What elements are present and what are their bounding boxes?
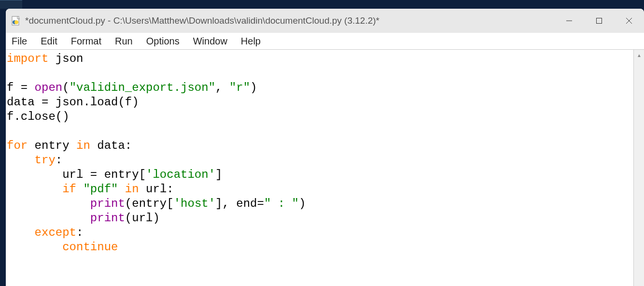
idle-window: *documentCloud.py - C:\Users\Matthew\Dow… — [6, 9, 644, 286]
code-token: open — [35, 81, 63, 94]
code-token — [7, 226, 35, 239]
code-line: f.close() — [7, 110, 633, 124]
code-token: (entry[ — [125, 197, 174, 210]
code-token — [7, 241, 62, 254]
editor-container: import json f = open("validin_export.jso… — [6, 49, 644, 286]
code-token: except — [35, 226, 76, 239]
menu-edit[interactable]: Edit — [41, 36, 57, 47]
code-token: in — [125, 183, 139, 196]
code-token: ) — [250, 81, 257, 94]
code-line: data = json.load(f) — [7, 95, 633, 110]
code-line: print(entry['host'], end=" : ") — [7, 197, 633, 211]
scroll-up-icon[interactable]: ▲ — [634, 51, 644, 59]
code-token: (url) — [125, 212, 160, 225]
code-line: if "pdf" in url: — [7, 182, 633, 197]
code-token — [118, 183, 125, 196]
code-editor[interactable]: import json f = open("validin_export.jso… — [6, 50, 633, 286]
code-line: import json — [7, 52, 633, 66]
taskbar-tab[interactable] — [0, 0, 22, 9]
code-token: f = — [7, 81, 35, 94]
code-token: in — [76, 139, 90, 152]
vertical-scrollbar[interactable]: ▲ — [633, 50, 644, 286]
code-token: url: — [139, 183, 174, 196]
menu-run[interactable]: Run — [115, 36, 133, 47]
code-token: print — [90, 197, 125, 210]
code-token: 'location' — [146, 168, 215, 181]
code-token: ( — [62, 81, 69, 94]
code-line: f = open("validin_export.json", "r") — [7, 81, 633, 95]
code-token: f.close() — [7, 110, 70, 123]
code-token — [7, 183, 62, 196]
code-token: json — [48, 52, 83, 65]
code-line: print(url) — [7, 211, 633, 226]
code-token: continue — [62, 241, 118, 254]
code-token: data = json.load(f) — [7, 96, 139, 109]
code-token: ], end= — [215, 197, 264, 210]
code-token: data: — [90, 139, 132, 152]
svg-point-2 — [14, 20, 18, 24]
menu-options[interactable]: Options — [146, 36, 180, 47]
code-token: ) — [299, 197, 306, 210]
code-line: try: — [7, 153, 633, 168]
menu-window[interactable]: Window — [193, 36, 227, 47]
code-token — [7, 212, 90, 225]
code-line — [7, 124, 633, 139]
code-token: : — [56, 154, 62, 167]
code-line: for entry in data: — [7, 139, 633, 153]
code-token: if — [62, 183, 76, 196]
window-controls — [554, 9, 644, 33]
menu-format[interactable]: Format — [71, 36, 101, 47]
code-line — [7, 66, 633, 81]
menu-help[interactable]: Help — [241, 36, 261, 47]
code-token: url = entry[ — [7, 168, 146, 181]
code-token — [76, 183, 83, 196]
code-token — [7, 197, 90, 210]
menu-file[interactable]: File — [12, 36, 27, 47]
maximize-button[interactable] — [584, 9, 614, 33]
code-token: 'host' — [174, 197, 215, 210]
code-token: try — [35, 154, 56, 167]
titlebar[interactable]: *documentCloud.py - C:\Users\Matthew\Dow… — [6, 9, 644, 33]
code-token — [7, 154, 35, 167]
minimize-button[interactable] — [554, 9, 584, 33]
python-file-icon — [11, 15, 21, 26]
code-token: "validin_export.json" — [70, 81, 215, 94]
code-token: for — [7, 139, 28, 152]
code-line: continue — [7, 240, 633, 255]
svg-rect-4 — [597, 18, 602, 24]
code-token: " : " — [264, 197, 299, 210]
code-token: ] — [215, 168, 222, 181]
code-line: except: — [7, 226, 633, 240]
code-token: import — [7, 52, 48, 65]
code-token: entry — [28, 139, 76, 152]
close-button[interactable] — [614, 9, 644, 33]
code-token: , — [215, 81, 229, 94]
code-token: : — [76, 226, 83, 239]
menubar: File Edit Format Run Options Window Help — [6, 33, 644, 49]
window-title: *documentCloud.py - C:\Users\Matthew\Dow… — [25, 15, 554, 26]
code-token: "r" — [229, 81, 250, 94]
code-line: url = entry['location'] — [7, 168, 633, 182]
code-token: "pdf" — [83, 183, 118, 196]
code-token: print — [90, 212, 125, 225]
desktop-background — [0, 0, 644, 9]
